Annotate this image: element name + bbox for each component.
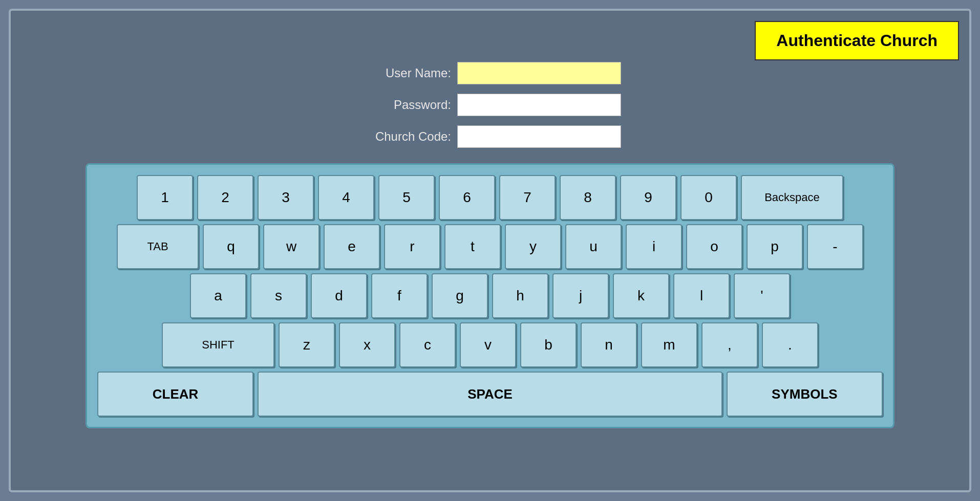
key-z[interactable]: z [279, 322, 335, 367]
key-x[interactable]: x [339, 322, 395, 367]
key-row-qwerty: TAB q w e r t y u i o p - [97, 224, 883, 269]
username-row: User Name: [359, 62, 621, 84]
key-1[interactable]: 1 [137, 175, 193, 220]
username-input[interactable] [457, 62, 621, 84]
key-dash[interactable]: - [807, 224, 863, 269]
key-9[interactable]: 9 [620, 175, 676, 220]
key-5[interactable]: 5 [378, 175, 435, 220]
churchcode-input[interactable] [457, 125, 621, 148]
key-y[interactable]: y [505, 224, 561, 269]
key-comma[interactable]: , [701, 322, 758, 367]
key-e[interactable]: e [324, 224, 380, 269]
key-i[interactable]: i [626, 224, 682, 269]
key-row-numbers: 1 2 3 4 5 6 7 8 9 0 Backspace [97, 175, 883, 220]
key-clear[interactable]: CLEAR [97, 372, 253, 417]
key-v[interactable]: v [460, 322, 516, 367]
key-t[interactable]: t [444, 224, 501, 269]
password-input[interactable] [457, 94, 621, 116]
key-period[interactable]: . [762, 322, 818, 367]
key-c[interactable]: c [399, 322, 456, 367]
key-space[interactable]: SPACE [258, 372, 722, 417]
key-2[interactable]: 2 [197, 175, 253, 220]
password-row: Password: [359, 94, 621, 116]
key-row-zxcv: SHIFT z x c v b n m , . [97, 322, 883, 367]
key-apostrophe[interactable]: ' [734, 273, 790, 318]
key-a[interactable]: a [190, 273, 246, 318]
key-g[interactable]: g [432, 273, 488, 318]
key-h[interactable]: h [492, 273, 548, 318]
key-m[interactable]: m [641, 322, 697, 367]
key-4[interactable]: 4 [318, 175, 374, 220]
keyboard: 1 2 3 4 5 6 7 8 9 0 Backspace TAB q w e … [86, 163, 894, 428]
key-f[interactable]: f [371, 273, 428, 318]
key-p[interactable]: p [747, 224, 803, 269]
key-6[interactable]: 6 [439, 175, 495, 220]
key-d[interactable]: d [311, 273, 367, 318]
key-tab[interactable]: TAB [117, 224, 199, 269]
key-j[interactable]: j [552, 273, 609, 318]
key-n[interactable]: n [581, 322, 637, 367]
key-l[interactable]: l [673, 273, 730, 318]
key-k[interactable]: k [613, 273, 669, 318]
churchcode-label: Church Code: [359, 129, 451, 144]
key-row-bottom: CLEAR SPACE SYMBOLS [97, 372, 883, 417]
key-r[interactable]: r [384, 224, 440, 269]
key-7[interactable]: 7 [499, 175, 556, 220]
key-0[interactable]: 0 [680, 175, 737, 220]
form-area: User Name: Password: Church Code: [359, 62, 621, 148]
key-u[interactable]: u [565, 224, 622, 269]
key-w[interactable]: w [263, 224, 319, 269]
churchcode-row: Church Code: [359, 125, 621, 148]
key-backspace[interactable]: Backspace [741, 175, 843, 220]
password-label: Password: [359, 98, 451, 112]
key-o[interactable]: o [686, 224, 742, 269]
key-shift[interactable]: SHIFT [162, 322, 274, 367]
key-s[interactable]: s [250, 273, 307, 318]
key-8[interactable]: 8 [560, 175, 616, 220]
main-container: Authenticate Church User Name: Password:… [9, 9, 971, 492]
key-3[interactable]: 3 [258, 175, 314, 220]
authenticate-church-button[interactable]: Authenticate Church [755, 21, 959, 60]
username-label: User Name: [359, 66, 451, 80]
key-b[interactable]: b [520, 322, 577, 367]
key-symbols[interactable]: SYMBOLS [727, 372, 883, 417]
key-row-asdf: a s d f g h j k l ' [97, 273, 883, 318]
key-q[interactable]: q [203, 224, 259, 269]
